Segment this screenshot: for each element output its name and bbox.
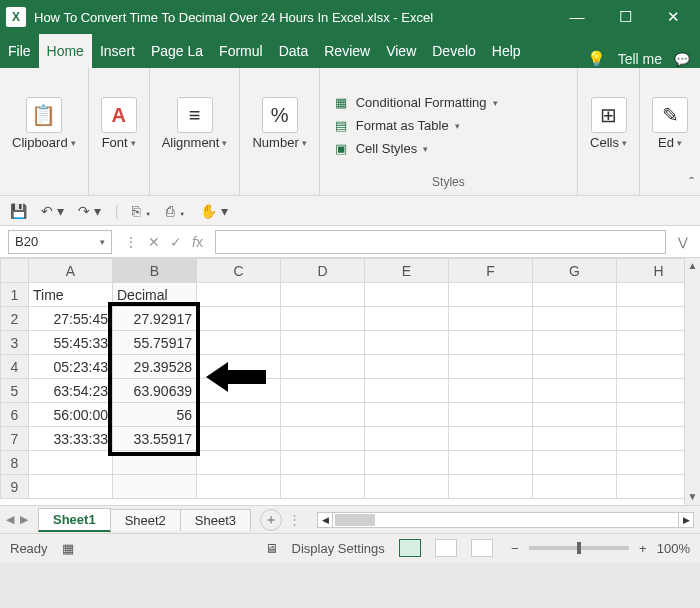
qat-button-1[interactable]: ⎘ ▾ [132,203,152,219]
number-button[interactable]: % Number▾ [248,95,310,152]
tab-formulas[interactable]: Formul [211,34,271,68]
cell[interactable] [365,355,449,379]
cell[interactable]: Decimal [113,283,197,307]
cell[interactable]: 55.75917 [113,331,197,355]
cell[interactable] [533,307,617,331]
cell[interactable] [281,427,365,451]
col-header-e[interactable]: E [365,259,449,283]
cell[interactable] [533,403,617,427]
select-all-corner[interactable] [1,259,29,283]
tellme-label[interactable]: Tell me [618,51,662,67]
comments-icon[interactable]: 💬 [674,52,690,67]
fx-dropdown-icon[interactable]: ⋮ [124,234,138,250]
row-header[interactable]: 1 [1,283,29,307]
row-header[interactable]: 8 [1,451,29,475]
cell[interactable] [197,427,281,451]
save-icon[interactable]: 💾 [10,203,27,219]
cell[interactable] [197,307,281,331]
tab-home[interactable]: Home [39,34,92,68]
cell[interactable] [449,475,533,499]
cell[interactable]: 56 [113,403,197,427]
cell[interactable] [449,379,533,403]
tellme-icon[interactable]: 💡 [587,50,606,68]
tab-review[interactable]: Review [316,34,378,68]
row-header[interactable]: 3 [1,331,29,355]
col-header-d[interactable]: D [281,259,365,283]
scroll-up-button[interactable]: ▲ [685,258,700,274]
cell[interactable] [365,403,449,427]
cell[interactable] [365,283,449,307]
cancel-formula-icon[interactable]: ✕ [148,234,160,250]
cell[interactable] [197,475,281,499]
cell[interactable] [281,475,365,499]
cell[interactable] [281,379,365,403]
cell[interactable]: 63.90639 [113,379,197,403]
scroll-left-button[interactable]: ◀ [317,512,333,528]
col-header-f[interactable]: F [449,259,533,283]
row-header[interactable]: 2 [1,307,29,331]
cell[interactable] [113,451,197,475]
cell[interactable] [29,451,113,475]
tab-insert[interactable]: Insert [92,34,143,68]
cell[interactable] [533,331,617,355]
sheet-tab-1[interactable]: Sheet1 [38,508,111,532]
undo-icon[interactable]: ↶ ▾ [41,203,64,219]
tab-data[interactable]: Data [271,34,317,68]
cell[interactable] [449,283,533,307]
cell[interactable]: 56:00:00 [29,403,113,427]
accept-formula-icon[interactable]: ✓ [170,234,182,250]
name-box[interactable]: B20 ▾ [8,230,112,254]
cell[interactable] [281,355,365,379]
cell[interactable] [449,403,533,427]
cell[interactable] [533,451,617,475]
redo-icon[interactable]: ↷ ▾ [78,203,101,219]
cell[interactable]: 27.92917 [113,307,197,331]
row-header[interactable]: 7 [1,427,29,451]
cell[interactable]: 63:54:23 [29,379,113,403]
cell[interactable]: 55:45:33 [29,331,113,355]
zoom-out-button[interactable]: − [507,541,523,556]
collapse-ribbon-button[interactable]: ˆ [689,175,694,191]
zoom-slider[interactable] [529,546,629,550]
cell[interactable]: 05:23:43 [29,355,113,379]
tab-help[interactable]: Help [484,34,529,68]
accessibility-icon[interactable]: ▦ [62,541,74,556]
sheet-nav-next[interactable]: ▶ [20,513,28,526]
zoom-in-button[interactable]: + [635,541,651,556]
cell[interactable] [197,283,281,307]
cell[interactable] [197,331,281,355]
cell[interactable] [281,403,365,427]
formula-input[interactable] [215,230,666,254]
cell[interactable] [365,427,449,451]
cell[interactable] [449,355,533,379]
cell[interactable]: 33.55917 [113,427,197,451]
tab-page-layout[interactable]: Page La [143,34,211,68]
conditional-formatting-button[interactable]: ▦ Conditional Formatting ▾ [328,93,502,112]
add-sheet-button[interactable]: ＋ [260,509,282,531]
cell[interactable] [533,427,617,451]
cell[interactable]: 33:33:33 [29,427,113,451]
tab-developer[interactable]: Develo [424,34,484,68]
cell[interactable] [281,283,365,307]
cell[interactable] [281,331,365,355]
scroll-down-button[interactable]: ▼ [685,489,700,505]
cell[interactable] [533,283,617,307]
col-header-c[interactable]: C [197,259,281,283]
view-page-break-button[interactable] [471,539,493,557]
display-settings-label[interactable]: Display Settings [292,541,385,556]
maximize-button[interactable]: ☐ [610,8,640,26]
row-header[interactable]: 6 [1,403,29,427]
cell[interactable] [197,451,281,475]
col-header-g[interactable]: G [533,259,617,283]
cell[interactable] [281,451,365,475]
cell[interactable]: 29.39528 [113,355,197,379]
cell[interactable] [365,379,449,403]
cell[interactable] [533,379,617,403]
alignment-button[interactable]: ≡ Alignment▾ [158,95,232,152]
row-header[interactable]: 9 [1,475,29,499]
cell[interactable] [533,475,617,499]
cell[interactable] [449,427,533,451]
cell[interactable] [365,331,449,355]
tab-view[interactable]: View [378,34,424,68]
sheet-tab-2[interactable]: Sheet2 [110,509,181,531]
